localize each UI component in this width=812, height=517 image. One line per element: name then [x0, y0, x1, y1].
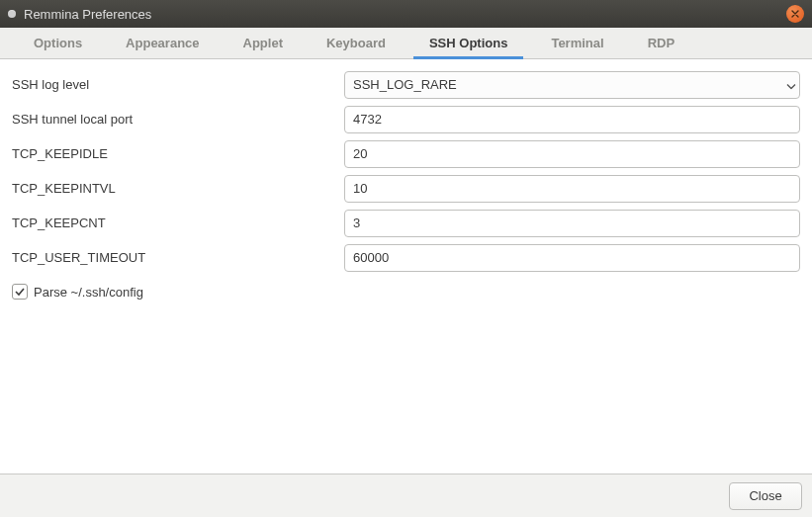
window-menu-icon: [8, 10, 16, 18]
parse-ssh-config-checkbox[interactable]: [12, 284, 28, 300]
tab-appearance[interactable]: Appearance: [104, 28, 221, 58]
control-tcp-keepcnt: [344, 210, 804, 237]
tab-ssh-options[interactable]: SSH Options: [407, 28, 529, 58]
label-ssh-log-level: SSH log level: [8, 77, 344, 92]
control-tcp-user-timeout: [344, 244, 804, 272]
label-tcp-keepintvl: TCP_KEEPINTVL: [8, 181, 344, 196]
control-tcp-keepidle: [344, 140, 804, 168]
check-icon: [14, 286, 26, 298]
label-parse-ssh-config: Parse ~/.ssh/config: [34, 285, 143, 300]
tab-rdp[interactable]: RDP: [626, 28, 696, 58]
row-tcp-keepcnt: TCP_KEEPCNT: [8, 206, 804, 240]
label-tcp-user-timeout: TCP_USER_TIMEOUT: [8, 250, 344, 265]
tab-terminal[interactable]: Terminal: [529, 28, 625, 58]
tab-label: RDP: [648, 36, 675, 50]
close-icon: [791, 10, 799, 18]
footer: Close: [0, 474, 812, 517]
tcp-user-timeout-input[interactable]: [344, 244, 800, 272]
control-tcp-keepintvl: [344, 175, 804, 203]
tab-label: Applet: [243, 36, 283, 50]
label-ssh-tunnel-port: SSH tunnel local port: [8, 112, 344, 127]
close-button-label: Close: [749, 488, 781, 503]
tab-keyboard[interactable]: Keyboard: [305, 28, 407, 58]
ssh-log-level-select[interactable]: SSH_LOG_RARE: [344, 71, 800, 99]
tab-label: Options: [34, 36, 82, 50]
tcp-keepidle-input[interactable]: [344, 140, 800, 168]
row-tcp-user-timeout: TCP_USER_TIMEOUT: [8, 240, 804, 275]
tab-label: Keyboard: [326, 36, 386, 50]
control-ssh-tunnel-port: [344, 106, 804, 133]
tab-options[interactable]: Options: [12, 28, 104, 58]
tab-label: SSH Options: [429, 36, 507, 50]
row-ssh-log-level: SSH log level SSH_LOG_RARE: [8, 67, 804, 102]
titlebar: Remmina Preferences: [0, 0, 812, 28]
tcp-keepcnt-input[interactable]: [344, 210, 800, 237]
tab-applet[interactable]: Applet: [222, 28, 305, 58]
label-tcp-keepidle: TCP_KEEPIDLE: [8, 146, 344, 161]
row-tcp-keepidle: TCP_KEEPIDLE: [8, 136, 804, 171]
window-title: Remmina Preferences: [24, 7, 786, 22]
content-area: SSH log level SSH_LOG_RARE SSH tunnel lo…: [0, 59, 812, 474]
row-parse-ssh-config: Parse ~/.ssh/config: [8, 275, 804, 308]
tab-label: Terminal: [551, 36, 603, 50]
tcp-keepintvl-input[interactable]: [344, 175, 800, 203]
label-tcp-keepcnt: TCP_KEEPCNT: [8, 215, 344, 230]
window-close-button[interactable]: [786, 5, 804, 23]
ssh-tunnel-port-input[interactable]: [344, 106, 800, 133]
control-ssh-log-level: SSH_LOG_RARE: [344, 71, 804, 99]
row-tcp-keepintvl: TCP_KEEPINTVL: [8, 171, 804, 206]
row-ssh-tunnel-port: SSH tunnel local port: [8, 102, 804, 136]
tab-bar: Options Appearance Applet Keyboard SSH O…: [0, 28, 812, 59]
tab-label: Appearance: [126, 36, 199, 50]
close-button[interactable]: Close: [729, 482, 802, 510]
